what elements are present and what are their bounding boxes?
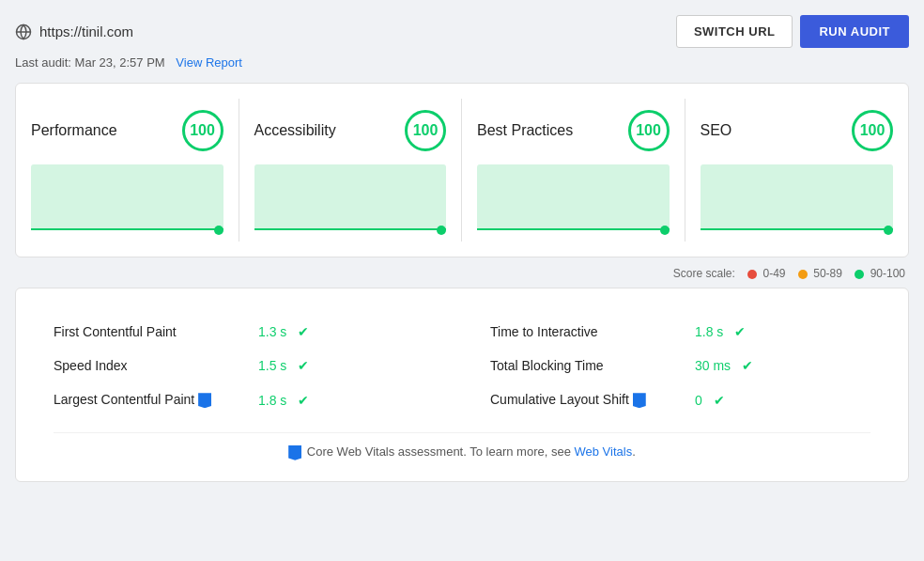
chart-dot-3 [884,226,893,235]
last-audit-text: Last audit: Mar 23, 2:57 PM [15,55,165,70]
scale-range-50-89: 50-89 [813,267,842,280]
metric-value-right-2: 0 [695,393,702,408]
score-circle-2: 100 [628,110,670,151]
score-label-3: SEO [701,122,732,139]
metric-right-2: Cumulative Layout Shift 0 ✔ [462,382,870,417]
score-card-performance: Performance 100 [16,99,239,242]
check-icon-left-2: ✔ [298,393,309,408]
chart-dot-2 [660,226,670,235]
score-label-0: Performance [31,122,117,139]
metric-value-right-0: 1.8 s [695,324,723,339]
run-audit-button[interactable]: RUN AUDIT [800,15,909,48]
scale-range-0-49: 0-49 [763,267,786,280]
score-card-header-0: Performance 100 [31,110,223,151]
metric-right-1: Total Blocking Time 30 ms ✔ [462,349,870,382]
score-card-accessibility: Accessibility 100 [239,99,463,242]
score-chart-1 [254,164,447,230]
score-card-seo: SEO 100 [685,99,909,242]
metric-value-left-0: 1.3 s [258,324,286,339]
metric-name-right-1: Total Blocking Time [490,358,687,373]
metrics-panel: First Contentful Paint 1.3 s ✔ Speed Ind… [15,288,909,482]
metrics-right-col: Time to Interactive 1.8 s ✔ Total Blocki… [462,315,870,417]
score-cards-grid: Performance 100 Accessibility 100 Best P… [16,99,908,242]
view-report-link[interactable]: View Report [176,55,242,70]
check-icon-left-0: ✔ [298,324,309,339]
button-group: SWITCH URL RUN AUDIT [676,15,909,48]
top-bar: https://tinil.com SWITCH URL RUN AUDIT [15,15,909,48]
score-chart-2 [477,164,670,230]
score-label-1: Accessibility [254,122,336,139]
switch-url-button[interactable]: SWITCH URL [676,15,793,48]
metric-name-right-0: Time to Interactive [490,324,687,339]
metric-right-0: Time to Interactive 1.8 s ✔ [462,315,870,349]
score-chart-0 [31,164,223,230]
score-circle-1: 100 [405,110,446,151]
globe-icon [15,23,32,40]
score-scale-label: Score scale: [673,267,735,280]
metric-value-right-1: 30 ms [695,358,731,373]
metric-left-1: Speed Index 1.5 s ✔ [54,349,462,382]
metric-value-left-1: 1.5 s [258,358,286,373]
metric-name-right-2: Cumulative Layout Shift [490,392,687,408]
scale-dot-red [747,270,757,279]
scale-red: 0-49 [747,267,789,280]
check-icon-right-0: ✔ [734,324,746,339]
metric-name-left-2: Largest Contentful Paint [54,392,251,408]
bookmark-icon-left-2 [198,393,211,408]
check-icon-left-1: ✔ [298,358,309,373]
score-card-header-2: Best Practices 100 [477,110,670,151]
url-section: https://tinil.com [15,23,133,40]
bookmark-icon-right-2 [633,393,646,408]
metrics-grid: First Contentful Paint 1.3 s ✔ Speed Ind… [54,315,870,417]
url-text: https://tinil.com [39,23,133,39]
scale-dot-orange [798,270,808,279]
score-circle-3: 100 [852,110,893,151]
metric-value-left-2: 1.8 s [258,393,286,408]
core-vitals-note: Core Web Vitals assessment. To learn mor… [54,432,870,460]
scale-orange: 50-89 [798,267,845,280]
score-card-best-practices: Best Practices 100 [462,99,685,242]
chart-line-1 [254,228,447,230]
metric-left-2: Largest Contentful Paint 1.8 s ✔ [54,382,462,417]
scale-range-90-100: 90-100 [870,267,905,280]
score-scale-row: Score scale: 0-49 50-89 90-100 [15,267,909,280]
score-card-header-3: SEO 100 [701,110,894,151]
check-icon-right-1: ✔ [742,358,753,373]
score-circle-0: 100 [182,110,223,151]
metric-name-left-1: Speed Index [54,358,251,373]
chart-line-0 [31,228,223,230]
score-card-header-1: Accessibility 100 [254,110,447,151]
check-icon-right-2: ✔ [714,393,725,408]
score-label-2: Best Practices [477,122,573,139]
core-vitals-suffix: . [632,444,636,459]
metric-name-left-0: First Contentful Paint [54,324,251,339]
metrics-left-col: First Contentful Paint 1.3 s ✔ Speed Ind… [54,315,462,417]
core-vitals-prefix: Core Web Vitals assessment. To learn mor… [307,444,575,459]
chart-dot-1 [437,226,446,235]
chart-dot-0 [214,226,223,235]
score-chart-3 [701,164,894,230]
last-audit-bar: Last audit: Mar 23, 2:57 PM View Report [15,55,909,70]
metric-left-0: First Contentful Paint 1.3 s ✔ [54,315,462,349]
web-vitals-link[interactable]: Web Vitals [575,444,633,459]
bookmark-icon-note [288,445,301,460]
chart-line-3 [701,228,894,230]
scale-dot-green [855,270,864,279]
score-cards-wrapper: Performance 100 Accessibility 100 Best P… [15,83,909,257]
chart-line-2 [477,228,670,230]
scale-green: 90-100 [855,267,905,280]
